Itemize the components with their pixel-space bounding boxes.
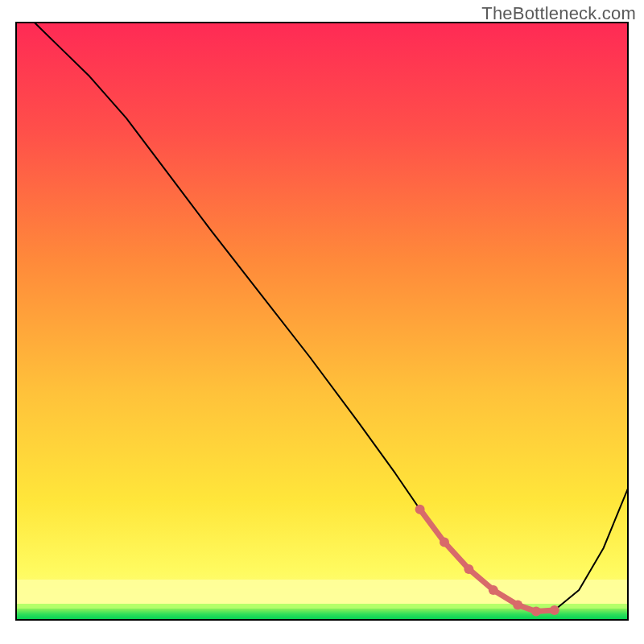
gradient-background — [16, 23, 628, 620]
watermark-text: TheBottleneck.com — [481, 3, 636, 24]
pale-yellow-band — [16, 580, 628, 604]
chart-container: TheBottleneck.com — [0, 0, 644, 644]
highlight-bead — [415, 505, 425, 514]
highlight-bead — [550, 605, 559, 615]
bottleneck-chart — [0, 0, 644, 644]
plot-area — [16, 23, 628, 620]
highlight-bead — [440, 538, 449, 547]
highlight-bead — [531, 607, 541, 617]
highlight-bead — [464, 564, 473, 574]
highlight-bead — [489, 585, 498, 595]
highlight-bead — [513, 601, 522, 610]
